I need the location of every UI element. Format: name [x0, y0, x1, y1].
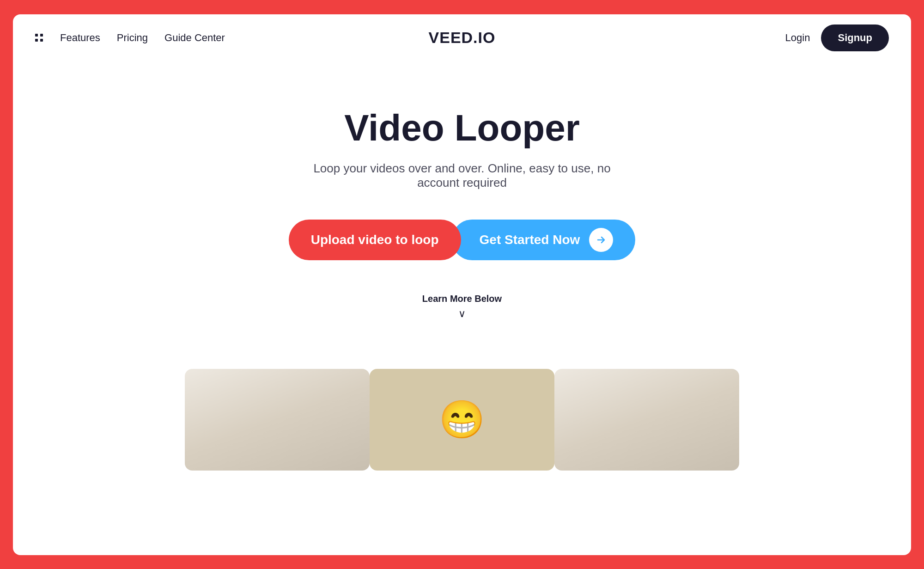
thumb-placeholder-left: [185, 369, 370, 471]
site-logo: VEED.IO: [429, 29, 496, 47]
thumbnail-left: [185, 369, 370, 471]
arrow-circle-icon: [589, 228, 613, 252]
get-started-label: Get Started Now: [480, 232, 580, 247]
chevron-down-icon: ∨: [458, 309, 466, 319]
outer-frame: Features Pricing Guide Center VEED.IO Lo…: [0, 1, 924, 568]
nav-right: Login Signup: [785, 24, 889, 51]
nav-features[interactable]: Features: [60, 32, 100, 44]
upload-video-button[interactable]: Upload video to loop: [289, 220, 461, 260]
signup-button[interactable]: Signup: [821, 24, 889, 51]
learn-more-text: Learn More Below: [422, 294, 502, 304]
thumb-placeholder-right: [554, 369, 739, 471]
hero-section: Video Looper Loop your videos over and o…: [13, 61, 911, 369]
hero-subtitle: Loop your videos over and over. Online, …: [300, 161, 624, 190]
nav-pricing[interactable]: Pricing: [117, 32, 148, 44]
login-link[interactable]: Login: [785, 32, 810, 44]
cta-group: Upload video to loop Get Started Now: [289, 220, 636, 260]
navbar: Features Pricing Guide Center VEED.IO Lo…: [13, 14, 911, 61]
hero-title: Video Looper: [344, 108, 580, 148]
thumbnail-right: [554, 369, 739, 471]
nav-guide-center[interactable]: Guide Center: [164, 32, 225, 44]
thumbnail-center: 😁: [370, 369, 554, 471]
learn-more-section: Learn More Below ∨: [422, 294, 502, 319]
grid-menu-icon[interactable]: [35, 34, 43, 42]
nav-left: Features Pricing Guide Center: [35, 32, 225, 44]
page-container: Features Pricing Guide Center VEED.IO Lo…: [13, 14, 911, 555]
thumbnails-section: 😁: [13, 369, 911, 475]
get-started-button[interactable]: Get Started Now: [452, 220, 636, 260]
